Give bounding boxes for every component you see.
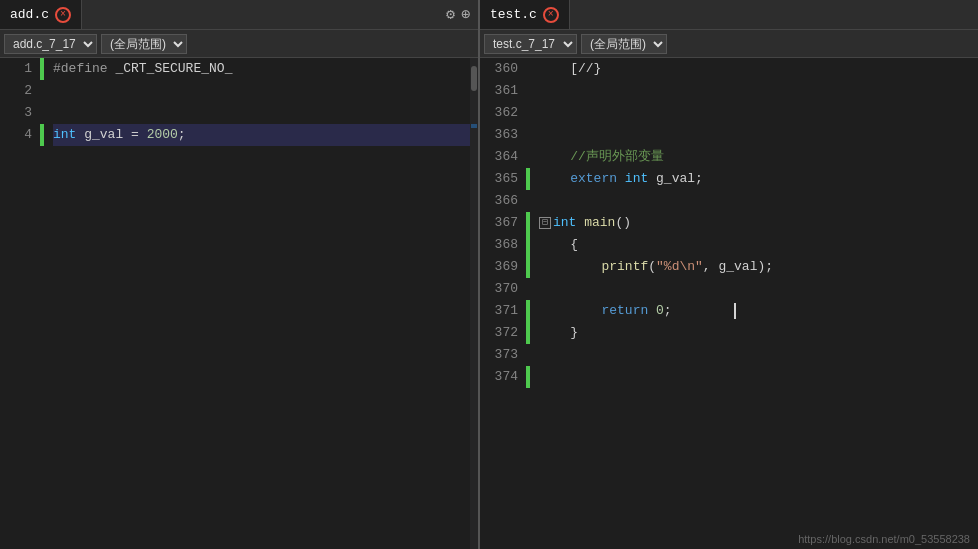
left-pane-settings: ⚙ ⊕: [438, 0, 478, 29]
line-num-366: 366: [480, 190, 518, 212]
right-global-scope-select[interactable]: (全局范围): [581, 34, 667, 54]
watermark: https://blog.csdn.net/m0_53558238: [798, 533, 970, 545]
left-code-lines[interactable]: #define _CRT_SECURE_NO_ int g_val = 2000…: [45, 58, 470, 549]
gutter-366: [526, 190, 530, 212]
left-file-scope-select[interactable]: add.c_7_17: [4, 34, 97, 54]
code-line-4: int g_val = 2000;: [53, 124, 470, 146]
gutter-369: [526, 256, 530, 278]
gutter-374: [526, 366, 530, 388]
gutter-363: [526, 124, 530, 146]
gutter-370: [526, 278, 530, 300]
right-toolbar: test.c_7_17 (全局范围): [480, 30, 978, 58]
line-num-373: 373: [480, 344, 518, 366]
left-toolbar: add.c_7_17 (全局范围): [0, 30, 478, 58]
right-editor-pane: test.c × test.c_7_17 (全局范围) 360: [480, 0, 978, 549]
line-num-1: 1: [0, 58, 32, 80]
right-line-numbers: 360 361 362 363 364 365 366 367 368 369 …: [480, 58, 526, 549]
code-line-360: [//}: [539, 58, 978, 80]
right-tab-bar: test.c ×: [480, 0, 978, 30]
left-scrollbar-thumb: [471, 66, 477, 91]
code-line-361: [539, 80, 978, 102]
line-num-372: 372: [480, 322, 518, 344]
line-num-369: 369: [480, 256, 518, 278]
code-line-372: }: [539, 322, 978, 344]
code-line-368: {: [539, 234, 978, 256]
line-num-360: 360: [480, 58, 518, 80]
gutter-365: [526, 168, 530, 190]
line-num-371: 371: [480, 300, 518, 322]
code-line-3: [53, 102, 470, 124]
left-editor-pane: add.c × ⚙ ⊕ add.c_7_17 (全局范围): [0, 0, 480, 549]
gutter-364: [526, 146, 530, 168]
line-num-2: 2: [0, 80, 32, 102]
line-num-4: 4: [0, 124, 32, 146]
gutter-368: [526, 234, 530, 256]
left-tab-close[interactable]: ×: [55, 7, 71, 23]
code-line-371: return 0;: [539, 300, 978, 322]
code-line-363: [539, 124, 978, 146]
line-num-361: 361: [480, 80, 518, 102]
code-line-365: extern int g_val;: [539, 168, 978, 190]
gutter-2: [40, 80, 44, 102]
line-num-367: 367: [480, 212, 518, 234]
code-line-369: printf("%d\n", g_val);: [539, 256, 978, 278]
right-code-lines[interactable]: [//} //声明外部变量 extern int g_val; ⊟int mai…: [531, 58, 978, 549]
right-tab-close[interactable]: ×: [543, 7, 559, 23]
code-line-374: [539, 366, 978, 388]
line-num-370: 370: [480, 278, 518, 300]
left-tab-add-c[interactable]: add.c ×: [0, 0, 82, 29]
code-line-362: [539, 102, 978, 124]
gutter-360: [526, 58, 530, 80]
code-line-370: [539, 278, 978, 300]
gutter-3: [40, 102, 44, 124]
split-icon[interactable]: ⊕: [461, 5, 470, 24]
right-tab-test-c[interactable]: test.c ×: [480, 0, 570, 29]
gutter-371: [526, 300, 530, 322]
right-code-area[interactable]: 360 361 362 363 364 365 366 367 368 369 …: [480, 58, 978, 549]
gutter-367: [526, 212, 530, 234]
gutter-373: [526, 344, 530, 366]
line-num-362: 362: [480, 102, 518, 124]
left-tab-bar: add.c × ⚙ ⊕: [0, 0, 478, 30]
left-global-scope-select[interactable]: (全局范围): [101, 34, 187, 54]
gutter-372: [526, 322, 530, 344]
right-pane-extra: [962, 0, 978, 29]
code-line-367: ⊟int main(): [539, 212, 978, 234]
line-num-374: 374: [480, 366, 518, 388]
blue-line-indicator: [471, 124, 477, 128]
line-num-365: 365: [480, 168, 518, 190]
gutter-361: [526, 80, 530, 102]
line-num-3: 3: [0, 102, 32, 124]
left-line-numbers: 1 2 3 4: [0, 58, 40, 549]
left-tab-label: add.c: [10, 7, 49, 22]
gutter-4: [40, 124, 44, 146]
gutter-362: [526, 102, 530, 124]
settings-icon[interactable]: ⚙: [446, 5, 455, 24]
line-num-363: 363: [480, 124, 518, 146]
line-num-364: 364: [480, 146, 518, 168]
code-line-373: [539, 344, 978, 366]
code-line-2: [53, 80, 470, 102]
code-line-366: [539, 190, 978, 212]
right-file-scope-select[interactable]: test.c_7_17: [484, 34, 577, 54]
line-num-368: 368: [480, 234, 518, 256]
right-tab-label: test.c: [490, 7, 537, 22]
left-code-area[interactable]: 1 2 3 4 #define _CRT_SECURE_NO_: [0, 58, 478, 549]
code-line-364: //声明外部变量: [539, 146, 978, 168]
code-line-1: #define _CRT_SECURE_NO_: [53, 58, 470, 80]
gutter-1: [40, 58, 44, 80]
left-scrollbar[interactable]: [470, 58, 478, 549]
